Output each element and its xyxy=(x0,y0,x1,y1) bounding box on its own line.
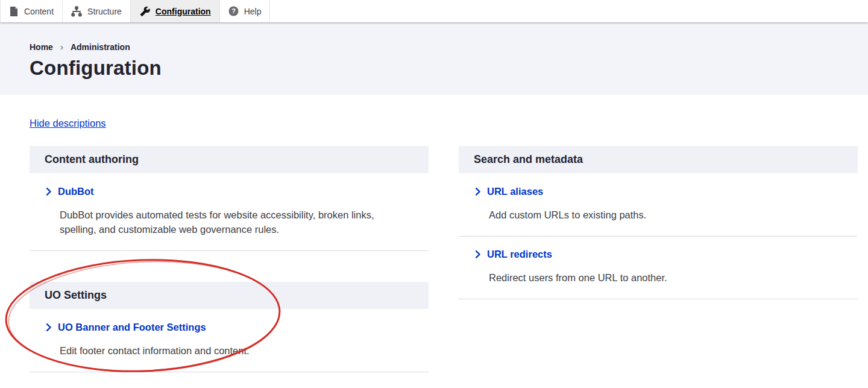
wrench-icon xyxy=(139,6,150,17)
section-header: Content authoring xyxy=(30,146,429,173)
tab-structure[interactable]: Structure xyxy=(63,0,131,22)
chevron-right-icon xyxy=(475,250,481,259)
admin-toolbar: Content Structure Configuration ? Help xyxy=(0,0,868,22)
item-description: DubBot provides automated tests for webs… xyxy=(60,208,412,237)
sitemap-icon xyxy=(71,6,82,17)
section-title: UO Settings xyxy=(45,289,107,302)
section-header: UO Settings xyxy=(30,282,429,309)
tab-content-label: Content xyxy=(24,7,54,16)
left-column: Content authoring DubBot DubBot provides… xyxy=(30,146,429,372)
breadcrumb: Home › Administration xyxy=(30,42,838,52)
item-description: Add custom URLs to existing paths. xyxy=(489,208,841,222)
help-icon: ? xyxy=(228,6,239,16)
list-item: URL aliases Add custom URLs to existing … xyxy=(459,186,858,237)
dubbot-link[interactable]: DubBot xyxy=(58,186,94,197)
list-item: DubBot DubBot provides automated tests f… xyxy=(30,186,429,251)
uo-banner-footer-settings-link[interactable]: UO Banner and Footer Settings xyxy=(58,322,206,333)
section-search-and-metadata: Search and metadata URL aliases Add cust… xyxy=(459,146,858,299)
hide-descriptions-link[interactable]: Hide descriptions xyxy=(30,118,106,129)
right-column: Search and metadata URL aliases Add cust… xyxy=(459,146,858,372)
chevron-right-icon xyxy=(46,323,52,332)
tab-help-label: Help xyxy=(244,7,262,16)
tab-structure-label: Structure xyxy=(87,7,122,16)
url-redirects-link[interactable]: URL redirects xyxy=(487,249,552,260)
list-item: URL redirects Redirect users from one UR… xyxy=(459,249,858,299)
section-title: Search and metadata xyxy=(474,153,583,166)
main-content: Hide descriptions Content authoring DubB… xyxy=(0,118,868,372)
page-header: Home › Administration Configuration xyxy=(0,22,868,95)
chevron-right-icon: › xyxy=(60,42,63,52)
breadcrumb-administration-link[interactable]: Administration xyxy=(71,42,130,52)
list-item: UO Banner and Footer Settings Edit foote… xyxy=(30,322,429,372)
tab-configuration[interactable]: Configuration xyxy=(131,0,220,22)
chevron-right-icon xyxy=(46,187,52,196)
document-icon xyxy=(9,6,19,17)
item-description: Redirect users from one URL to another. xyxy=(489,270,841,285)
page-title: Configuration xyxy=(30,57,838,80)
breadcrumb-home-link[interactable]: Home xyxy=(30,42,53,52)
section-title: Content authoring xyxy=(45,153,139,166)
chevron-right-icon xyxy=(475,187,481,196)
section-header: Search and metadata xyxy=(459,146,858,173)
tab-help[interactable]: ? Help xyxy=(220,0,271,22)
url-aliases-link[interactable]: URL aliases xyxy=(487,186,543,197)
item-description: Edit footer contact information and cont… xyxy=(60,343,412,358)
tab-content[interactable]: Content xyxy=(0,0,63,22)
section-uo-settings: UO Settings UO Banner and Footer Setting… xyxy=(30,282,429,372)
section-content-authoring: Content authoring DubBot DubBot provides… xyxy=(30,146,429,251)
svg-text:?: ? xyxy=(231,7,236,14)
tab-configuration-label: Configuration xyxy=(156,7,211,16)
